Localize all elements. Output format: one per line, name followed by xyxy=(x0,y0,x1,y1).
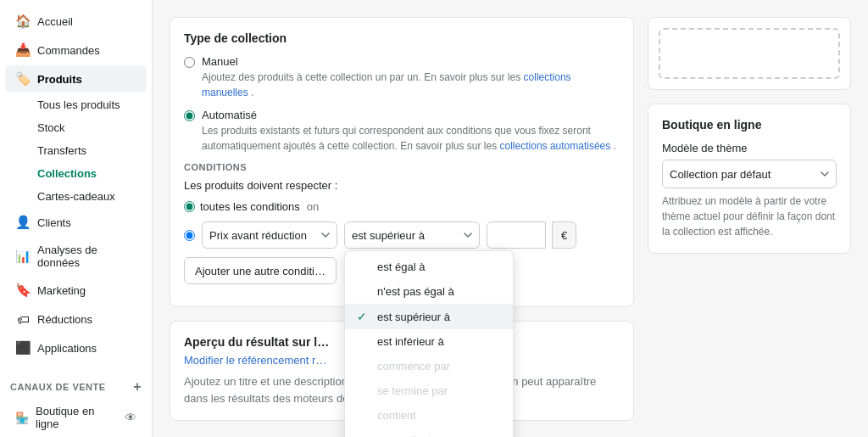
center-panel: Type de collection Manuel Ajoutez des pr… xyxy=(170,17,634,420)
clients-icon: 👤 xyxy=(15,215,31,230)
dropdown-item: commence par xyxy=(345,354,513,378)
radio-automatise-desc: Les produits existants et futurs qui cor… xyxy=(202,123,620,154)
modele-desc: Attribuez un modèle à partir de votre th… xyxy=(662,193,837,239)
boutique-card: Boutique en ligne Modèle de thème Collec… xyxy=(648,104,851,254)
sidebar-item-label: Analyses de données xyxy=(37,244,136,269)
type-collection-card: Type de collection Manuel Ajoutez des pr… xyxy=(170,17,634,307)
sidebar-sub-transferts[interactable]: Transferts xyxy=(5,140,147,161)
sidebar-item-label: Commandes xyxy=(37,44,100,57)
sidebar-sub-tous-produits[interactable]: Tous les produits xyxy=(5,94,147,115)
sidebar-item-label: Marketing xyxy=(37,284,86,297)
canaux-section-label: CANAUX DE VENTE + xyxy=(0,369,152,398)
sidebar-item-label: Réductions xyxy=(37,313,92,326)
radio-option-automatise: Automatisé Les produits existants et fut… xyxy=(184,109,620,154)
apps-icon: ⬛ xyxy=(15,340,31,356)
radio-all-label: toutes les conditions xyxy=(200,200,300,213)
radio-automatise-label: Automatisé xyxy=(202,109,620,121)
dropdown-item: se termine par xyxy=(345,378,513,403)
operator-dropdown-menu: est égal àn'est pas égal à✓est supérieur… xyxy=(344,250,514,437)
dropdown-item[interactable]: est inférieur à xyxy=(345,329,513,354)
add-canal-button[interactable]: + xyxy=(133,379,142,395)
modele-label: Modèle de thème xyxy=(662,142,837,154)
main-content: Type de collection Manuel Ajoutez des pr… xyxy=(153,0,868,437)
radio-manuel[interactable] xyxy=(184,57,195,68)
sidebar-sub-stock[interactable]: Stock xyxy=(5,117,147,138)
sidebar-sub-cartes[interactable]: Cartes-cadeaux xyxy=(5,186,147,207)
add-condition-button[interactable]: Ajouter une autre conditi… xyxy=(184,257,337,284)
dropdown-item[interactable]: n'est pas égal à xyxy=(345,279,513,304)
sidebar-item-clients[interactable]: 👤 Clients xyxy=(5,209,147,236)
conditions-section: CONDITIONS Les produits doivent respecte… xyxy=(184,162,620,284)
radio-all-conditions: toutes les conditions xyxy=(184,200,300,213)
dashed-upload-area[interactable] xyxy=(659,28,840,79)
sidebar-item-accueil[interactable]: 🏠 Accueil xyxy=(5,8,147,35)
sidebar-sub-collections[interactable]: Collections xyxy=(5,163,147,184)
sidebar-item-label: Produits xyxy=(37,73,82,86)
sidebar-item-label: Accueil xyxy=(37,15,73,28)
sidebar-item-boutique[interactable]: 🏪 Boutique en ligne 👁 xyxy=(5,399,147,436)
condition-radio-row: toutes les conditions on xyxy=(184,200,620,213)
currency-badge: € xyxy=(552,221,576,249)
boutique-icon: 🏪 xyxy=(15,412,29,424)
sidebar-item-label: Applications xyxy=(37,342,97,355)
sidebar-item-commandes[interactable]: 📥 Commandes xyxy=(5,36,147,64)
condition-inputs-row: Prix avant réductionTitreType de produit… xyxy=(184,221,620,249)
radio-condition-detail[interactable] xyxy=(184,230,195,241)
dropdown-item: contient xyxy=(345,403,513,428)
check-icon: ✓ xyxy=(357,310,370,323)
modele-select[interactable]: Collection par défaut xyxy=(662,160,837,188)
conditions-desc: Les produits doivent respecter : xyxy=(184,179,620,192)
condition-value-input[interactable] xyxy=(487,221,546,249)
radio-toutes[interactable] xyxy=(184,201,195,212)
radio-manuel-label: Manuel xyxy=(202,55,620,68)
type-collection-title: Type de collection xyxy=(184,31,620,45)
radio-manuel-desc: Ajoutez des produits à cette collection … xyxy=(202,70,620,100)
sidebar-item-produits[interactable]: 🏷️ Produits xyxy=(5,65,147,92)
marketing-icon: 🔖 xyxy=(15,283,31,298)
dropdown-item[interactable]: ✓est supérieur à xyxy=(345,304,513,329)
sidebar-item-label: Boutique en ligne xyxy=(36,405,118,430)
sidebar-item-marketing[interactable]: 🔖 Marketing xyxy=(5,277,147,304)
conditions-label: CONDITIONS xyxy=(184,162,620,172)
analytics-icon: 📊 xyxy=(15,249,31,264)
sidebar-item-reductions[interactable]: 🏷 Réductions xyxy=(5,305,147,333)
products-icon: 🏷️ xyxy=(15,71,31,87)
home-icon: 🏠 xyxy=(15,14,31,29)
collections-automatisees-link[interactable]: collections automatisées xyxy=(500,140,611,152)
top-card xyxy=(648,17,851,90)
right-panel: Boutique en ligne Modèle de thème Collec… xyxy=(648,17,851,420)
eye-icon[interactable]: 👁 xyxy=(125,411,136,424)
reductions-icon: 🏷 xyxy=(15,311,31,327)
radio-automatise[interactable] xyxy=(184,110,195,121)
boutique-title: Boutique en ligne xyxy=(662,118,837,132)
operator-select[interactable]: est égal àn'est pas égal àest supérieur … xyxy=(344,221,480,249)
sidebar-item-analyses[interactable]: 📊 Analyses de données xyxy=(5,238,147,275)
dropdown-item[interactable]: est égal à xyxy=(345,255,513,279)
radio-option-manuel: Manuel Ajoutez des produits à cette coll… xyxy=(184,55,620,100)
dropdown-item: ne contient pas xyxy=(345,428,513,437)
sidebar-item-applications[interactable]: ⬛ Applications xyxy=(5,334,147,361)
condition-field-select[interactable]: Prix avant réductionTitreType de produit… xyxy=(202,221,337,249)
operator-container: est égal àn'est pas égal àest supérieur … xyxy=(344,221,480,249)
orders-icon: 📥 xyxy=(15,42,31,58)
sidebar: 🏠 Accueil 📥 Commandes 🏷️ Produits Tous l… xyxy=(0,0,153,437)
sidebar-item-label: Clients xyxy=(37,216,71,229)
